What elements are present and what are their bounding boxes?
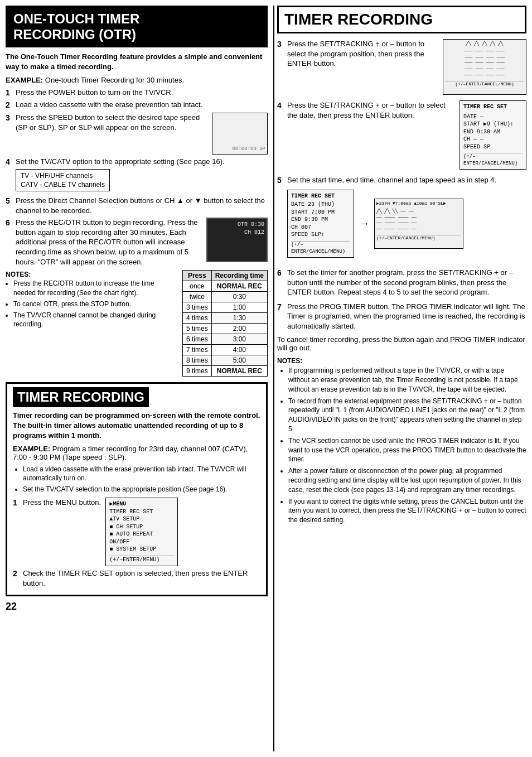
trs-end-l: END 9:30 PM <box>291 216 350 224</box>
right-notes-label: NOTES: <box>277 357 302 365</box>
right-note-5: If you want to correct the digits while … <box>288 497 526 525</box>
timer-bullets: Load a video cassette with the erase pre… <box>23 465 260 494</box>
right-step-4: 4 Press the SET/TRACKING + or – button t… <box>277 100 526 170</box>
otr-example: EXAMPLE: One-touch Timer Recording for 3… <box>6 76 268 84</box>
step5-content: Set the start time, end time, channel an… <box>287 175 496 262</box>
right-step-3: 3 Press the SET/TRACKING + or – button t… <box>277 39 526 95</box>
step-num-6: 6 <box>6 218 13 228</box>
trs-date-l: DATE 23 (THU) <box>291 201 350 209</box>
right-step-3-text: Press the SET/TRACKING + or – button to … <box>287 39 437 69</box>
left-column: ONE-TOUCH TIMERRECORDING (OTR) The One-T… <box>6 6 268 751</box>
otr-steps-list: 1 Press the POWER button to turn on the … <box>6 88 268 267</box>
otr-section-header: ONE-TOUCH TIMERRECORDING (OTR) <box>6 6 268 47</box>
timer-section-left: TIMER RECORDING Timer recording can be p… <box>6 382 268 596</box>
right-step-5: 5 Set the start time, end time, channel … <box>277 175 526 262</box>
step-num-4: 4 <box>6 157 13 167</box>
right-notes: NOTES: If programming is performed witho… <box>277 356 526 525</box>
otr-step-2: 2 Load a video cassette with the erase p… <box>6 100 268 110</box>
step-num-5: 5 <box>6 196 13 206</box>
table-cell-8-0: 9 times <box>182 366 211 377</box>
right-step-num-6: 6 <box>277 268 285 278</box>
right-step-6-text: To set the timer for another program, pr… <box>287 268 526 297</box>
catv-text: CATV - CABLE TV channels <box>21 180 105 189</box>
table-row: 5 times2:00 <box>182 324 267 334</box>
page-number: 22 <box>6 601 268 613</box>
menu-line-4: ■ CH SETUP <box>109 523 174 531</box>
step3-right-layout: Press the SET/TRACKING + or – button to … <box>287 39 526 95</box>
table-header-time: Recording time <box>211 271 267 281</box>
menu-footer: (+/–ENTER/MENU) <box>109 556 174 564</box>
trs-right-footer: (+/–ENTER/CANCEL/MENU) <box>376 235 461 242</box>
otr-screen-display: 00:00:00 SP <box>212 113 268 155</box>
otr-step-4: 4 Set the TV/CATV option to the appropri… <box>6 157 268 194</box>
table-cell-7-1: 5:00 <box>211 355 267 366</box>
step-num-1: 1 <box>6 88 13 98</box>
table-row: 7 times4:00 <box>182 345 267 355</box>
step-5-text: Press the Direct Channel Selection butto… <box>16 196 268 215</box>
right-step-7: 7 Press the PROG TIMER button. The PROG … <box>277 302 526 331</box>
table-cell-1-0: twice <box>182 292 211 302</box>
step-2-text: Load a video cassette with the erase pre… <box>16 100 268 110</box>
trs-footer-l: (+/–ENTER/CANCEL/MENU) <box>291 241 350 255</box>
timer-bullet-1: Load a video cassette with the erase pre… <box>23 465 260 484</box>
timer-title-right: TIMER RECORDING <box>284 11 519 28</box>
table-row: 4 times1:30 <box>182 313 267 324</box>
timer-step-1-text: Press the MENU button. <box>23 498 101 508</box>
timer-rec-footer: (+/–ENTER/CANCEL/MENU) <box>463 153 523 167</box>
step4-layout: Press the SET/TRACKING + or – button to … <box>287 100 526 170</box>
table-cell-3-0: 4 times <box>182 313 211 324</box>
otr-step-1: 1 Press the POWER button to turn on the … <box>6 88 268 98</box>
otr-screen-line1: OTR 0:30 <box>210 221 264 229</box>
right-step-num-4: 4 <box>277 100 285 111</box>
trs-right-lines: ╱╲ ╱╲ ╲╲ ── ── ── ──── ──── ── ── ──── ─… <box>376 209 461 233</box>
menu-display-box: ▶MENU TIMER REC SET ▲TV SETUP ■ CH SETUP… <box>105 498 178 566</box>
otr-intro: The One-Touch Timer Recording feature pr… <box>6 52 268 72</box>
menu-line-2: TIMER REC SET <box>109 508 174 516</box>
right-step-num-3: 3 <box>277 39 285 50</box>
trs-title-l: TIMER REC SET <box>291 192 350 200</box>
table-row: 3 times1:00 <box>182 302 267 313</box>
arrow-icon: → <box>359 216 370 231</box>
notes-content: NOTES: Press the REC/OTR button to incre… <box>6 270 178 377</box>
note-2: To cancel OTR, press the STOP button. <box>13 300 178 309</box>
table-cell-4-1: 2:00 <box>211 324 267 334</box>
timer-rec-start: START ▶9 (THU)↕ <box>463 120 523 128</box>
step-6-text: Press the REC/OTR button to begin record… <box>16 218 202 267</box>
table-row: twice0:30 <box>182 292 267 302</box>
notes-label: NOTES: <box>6 271 31 278</box>
page: ONE-TOUCH TIMERRECORDING (OTR) The One-T… <box>0 0 532 757</box>
table-cell-3-1: 1:30 <box>211 313 267 324</box>
timer-rec-set-right: ▶23YH ▼7:00mo ▲10ml 00'SL▶ ╱╲ ╱╲ ╲╲ ── ─… <box>374 199 463 249</box>
tv-catv-box: TV - VHF/UHF channels CATV - CABLE TV ch… <box>16 169 110 191</box>
otr-step-3: 3 Press the SPEED button to select the d… <box>6 113 268 155</box>
step-4-text: Set the TV/CATV option to the appropriat… <box>16 157 225 166</box>
table-cell-8-1: NORMAL REC <box>211 366 267 377</box>
otr-rec-screen: OTR 0:30 CH 012 <box>206 218 268 262</box>
right-note-3: The VCR section cannot be used while the… <box>288 436 526 464</box>
timer-header-left: TIMER RECORDING <box>13 387 149 407</box>
timer-rec-set-box: TIMER REC SET DATE — START ▶9 (THU)↕ END… <box>460 100 526 170</box>
timer-rec-end: END 9:30 AM <box>463 128 523 136</box>
otr-title: ONE-TOUCH TIMERRECORDING (OTR) <box>13 11 260 42</box>
menu-line-1: ▶MENU <box>109 500 174 508</box>
table-row: 9 timesNORMAL REC <box>182 366 267 377</box>
otr-example-label: EXAMPLE: <box>6 76 43 84</box>
step-3-layout: Press the SPEED button to select the des… <box>16 113 268 155</box>
table-row: 8 times5:00 <box>182 355 267 366</box>
screen-content: 00:00:00 SP <box>214 146 265 152</box>
timer-step-2-text: Check the TIMER REC SET option is select… <box>23 568 260 588</box>
otr-step-5: 5 Press the Direct Channel Selection but… <box>6 196 268 215</box>
table-cell-5-1: 3:00 <box>211 334 267 345</box>
table-cell-6-1: 4:00 <box>211 345 267 355</box>
table-cell-4-0: 5 times <box>182 324 211 334</box>
step-4-content: Set the TV/CATV option to the appropriat… <box>16 157 268 194</box>
table-cell-5-0: 6 times <box>182 334 211 345</box>
recording-table: Press Recording time onceNORMAL RECtwice… <box>182 270 268 377</box>
table-cell-1-1: 0:30 <box>211 292 267 302</box>
otr-step-6: 6 Press the REC/OTR button to begin reco… <box>6 218 268 267</box>
step-num-3: 3 <box>6 113 13 123</box>
right-steps-list: 3 Press the SET/TRACKING + or – button t… <box>277 39 526 331</box>
timer-example: EXAMPLE: Program a timer recording for 2… <box>13 445 260 461</box>
note-1: Press the REC/OTR button to increase the… <box>13 279 178 298</box>
menu-line-5: ■ AUTO REPEAT ON/OFF <box>109 531 174 546</box>
